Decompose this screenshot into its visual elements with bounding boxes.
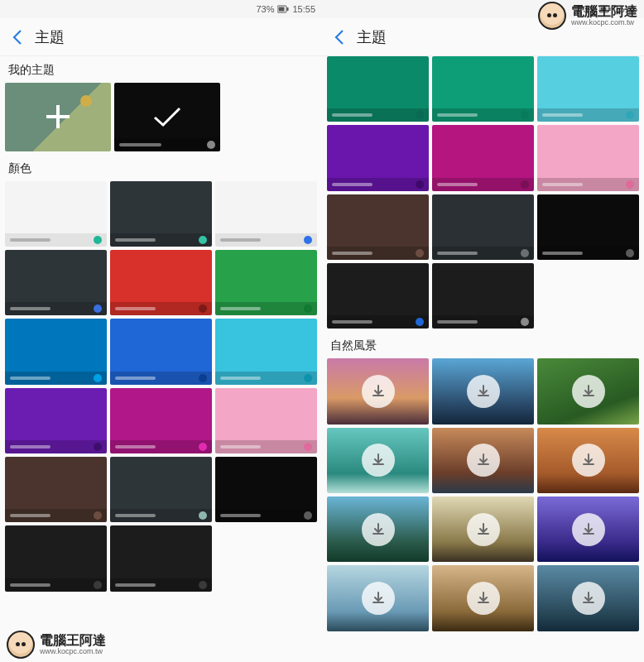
section-landscape: 自然風景 <box>322 332 644 358</box>
color-theme-tile[interactable] <box>432 194 534 260</box>
page-title: 主題 <box>357 27 387 47</box>
check-icon <box>151 104 184 129</box>
battery-text: 73% <box>256 4 274 14</box>
app-bar: 主題 <box>322 18 644 56</box>
color-theme-tile[interactable] <box>110 181 212 247</box>
screen-left: 73% 15:55 主題 我的主題 顏色 <box>0 0 322 662</box>
color-theme-tile[interactable] <box>5 388 107 453</box>
landscape-grid <box>322 358 644 634</box>
landscape-theme-tile[interactable] <box>432 565 534 631</box>
color-theme-tile[interactable] <box>432 56 534 122</box>
color-theme-tile[interactable] <box>110 525 212 591</box>
color-theme-tile[interactable] <box>327 263 429 329</box>
app-bar: 主題 <box>0 18 322 56</box>
landscape-theme-tile[interactable] <box>537 428 639 493</box>
landscape-theme-tile[interactable] <box>537 496 639 562</box>
download-icon <box>362 513 395 546</box>
svg-rect-4 <box>601 7 607 12</box>
download-icon <box>362 375 395 408</box>
color-theme-tile[interactable] <box>5 457 107 522</box>
color-theme-tile[interactable] <box>5 525 107 591</box>
color-theme-tile[interactable] <box>327 194 429 260</box>
download-icon <box>467 582 500 615</box>
time-text: 15:55 <box>292 4 315 14</box>
color-theme-tile[interactable] <box>5 181 107 247</box>
download-icon <box>572 513 605 546</box>
landscape-theme-tile[interactable] <box>327 428 429 493</box>
color-theme-tile[interactable] <box>5 250 107 315</box>
download-icon <box>572 582 605 615</box>
color-theme-tile[interactable] <box>5 319 107 384</box>
download-icon <box>362 444 395 477</box>
landscape-theme-tile[interactable] <box>537 358 639 424</box>
color-theme-tile[interactable] <box>432 125 534 190</box>
color-theme-tile[interactable] <box>215 181 317 247</box>
landscape-theme-tile[interactable] <box>327 358 429 424</box>
color-grid-continued <box>322 56 644 332</box>
page-title: 主題 <box>35 27 65 47</box>
color-theme-tile[interactable] <box>327 125 429 190</box>
color-grid <box>0 181 322 595</box>
color-theme-tile[interactable] <box>110 457 212 522</box>
color-theme-tile[interactable] <box>432 263 534 329</box>
color-theme-tile[interactable] <box>215 388 317 453</box>
color-theme-tile[interactable] <box>110 388 212 453</box>
color-theme-tile[interactable] <box>110 319 212 384</box>
svg-rect-1 <box>279 7 285 12</box>
download-icon <box>467 444 500 477</box>
battery-text: 73% <box>578 4 596 14</box>
section-colors: 顏色 <box>0 155 322 181</box>
download-icon <box>467 375 500 408</box>
svg-rect-2 <box>287 7 289 11</box>
back-button[interactable] <box>330 28 348 46</box>
svg-rect-5 <box>609 7 611 11</box>
landscape-theme-tile[interactable] <box>432 428 534 493</box>
color-theme-tile[interactable] <box>215 319 317 384</box>
battery-icon <box>599 5 611 13</box>
current-theme-tile[interactable] <box>114 83 220 151</box>
color-theme-tile[interactable] <box>215 457 317 522</box>
add-theme-tile[interactable] <box>5 83 111 151</box>
back-button[interactable] <box>8 28 26 46</box>
my-themes-grid <box>0 83 322 155</box>
screen-right: 73% 15:55 主題 自然風景 <box>322 0 644 662</box>
color-theme-tile[interactable] <box>110 250 212 315</box>
color-theme-tile[interactable] <box>537 125 639 190</box>
landscape-theme-tile[interactable] <box>432 496 534 562</box>
landscape-theme-tile[interactable] <box>327 496 429 562</box>
chevron-left-icon <box>334 29 345 46</box>
color-theme-tile[interactable] <box>215 250 317 315</box>
color-theme-tile[interactable] <box>327 56 429 122</box>
battery-icon <box>277 5 289 13</box>
landscape-theme-tile[interactable] <box>432 358 534 424</box>
time-text: 15:55 <box>614 4 637 14</box>
plus-icon <box>46 105 70 128</box>
download-icon <box>572 375 605 408</box>
color-theme-tile[interactable] <box>537 56 639 122</box>
status-bar: 73% 15:55 <box>0 0 322 18</box>
chevron-left-icon <box>12 29 23 46</box>
color-theme-tile[interactable] <box>537 194 639 260</box>
download-icon <box>572 444 605 477</box>
landscape-theme-tile[interactable] <box>327 565 429 631</box>
section-my-themes: 我的主題 <box>0 56 322 83</box>
download-icon <box>362 582 395 615</box>
status-bar: 73% 15:55 <box>322 0 644 18</box>
download-icon <box>467 513 500 546</box>
landscape-theme-tile[interactable] <box>537 565 639 631</box>
